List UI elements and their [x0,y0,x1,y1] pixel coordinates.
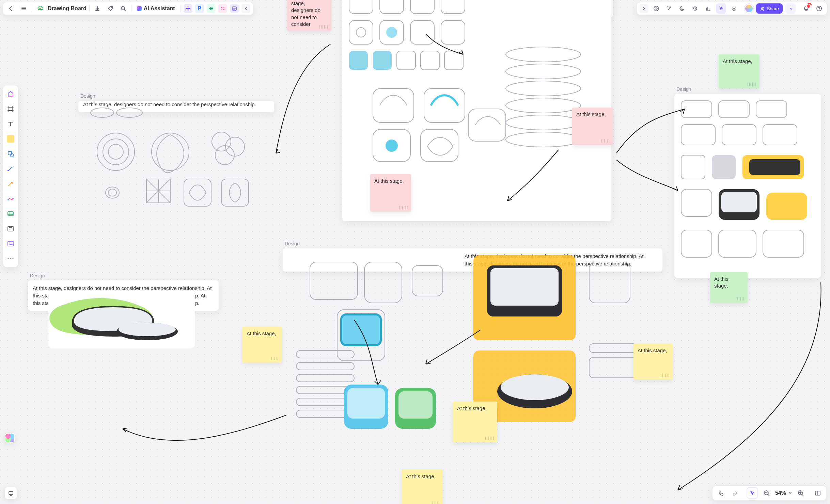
notifications-button[interactable]: 5 [801,3,811,14]
svg-point-64 [506,98,581,113]
card-label: Design [80,93,95,99]
share-options[interactable] [785,3,796,14]
bottom-controls: 54% [712,486,827,501]
chart-button[interactable] [703,3,713,14]
svg-rect-69 [296,374,354,382]
table-tool[interactable] [5,208,16,220]
sync-status-icon [35,3,45,14]
svg-point-26 [116,108,142,117]
pen-tool[interactable] [5,178,16,190]
document-title[interactable]: Drawing Board [48,5,87,12]
svg-rect-56 [424,88,465,123]
svg-rect-1 [221,7,222,8]
redo-button[interactable] [730,487,741,499]
svg-point-31 [212,132,231,151]
sticky-note-pink-1[interactable]: stage, designers do not need to consider… [287,0,331,31]
sticky-note-tool[interactable] [5,133,16,145]
cursor-mode-button[interactable] [716,3,726,14]
svg-point-45 [356,28,366,37]
svg-point-11 [7,199,9,200]
svg-rect-91 [589,357,637,378]
svg-rect-2 [223,7,224,8]
design-card-5[interactable]: Design [674,94,821,278]
tag-chip-pink[interactable] [218,4,227,13]
share-label: Share [767,6,779,11]
zoom-in-button[interactable] [795,487,806,499]
play-button[interactable] [651,3,661,14]
svg-rect-4 [223,9,224,10]
text-tool[interactable] [5,118,16,130]
pointer-mode[interactable] [747,487,758,499]
card-label: Design [30,273,45,278]
svg-point-9 [10,153,14,157]
sticky-note-yellow-2[interactable]: At this stage,|||||| [453,402,497,442]
menu-button[interactable] [19,3,29,14]
svg-point-29 [108,144,123,159]
tag-button[interactable] [105,3,115,14]
sketch-roses [78,101,274,213]
tag-chip-green[interactable] [207,4,216,13]
user-avatar[interactable] [745,4,753,13]
back-button[interactable] [6,3,16,14]
history-button[interactable] [690,3,700,14]
svg-rect-60 [468,109,506,141]
svg-point-28 [103,139,129,165]
ai-assistant-button[interactable]: AI Assistant [134,4,178,13]
sticky-note-pink-2[interactable]: At this stage,|||||| [370,174,411,212]
undo-button[interactable] [715,487,727,499]
svg-rect-14 [8,226,13,231]
text-block-tool[interactable] [5,223,16,234]
svg-point-39 [119,323,176,336]
svg-point-30 [152,133,189,170]
card-label: Design [285,241,300,246]
sticky-note-icon [7,135,14,143]
svg-rect-99 [712,155,736,179]
list-tool[interactable] [5,238,16,249]
svg-rect-40 [349,0,373,14]
svg-rect-43 [441,0,465,14]
sticky-note-yellow-3[interactable]: At this stage,|||||| [402,470,443,504]
minimap-button[interactable] [812,487,824,499]
svg-rect-68 [296,362,354,370]
zoom-level[interactable]: 54% [775,490,792,496]
connector-5 [102,412,293,480]
connector-tool[interactable] [5,163,16,175]
board[interactable]: At this stage, designers consider the pe… [0,0,830,504]
design-card-2[interactable]: Design At this stage, designers do not n… [28,280,219,311]
frame-tool[interactable] [5,103,16,115]
share-button[interactable]: Share [756,3,783,14]
tag-chip-purple[interactable] [184,4,192,13]
connector-1 [272,41,395,163]
svg-rect-97 [763,125,797,145]
sticky-note-green-1[interactable]: At this stage,|||||| [719,54,759,88]
help-button[interactable] [814,3,824,14]
connector-2 [504,146,565,208]
presentation-button[interactable] [5,487,17,499]
download-button[interactable] [92,3,103,14]
spark-button[interactable] [664,3,674,14]
more-tools[interactable] [5,253,16,264]
connector-6 [664,279,828,497]
toolbar-collapse-left[interactable] [241,4,250,13]
zoom-out-button[interactable] [761,487,772,499]
shape-moon-button[interactable] [677,3,687,14]
tag-chip-violet[interactable] [230,4,239,13]
sticky-note-pink-3[interactable]: At this stage,|||||| [572,108,613,145]
sticky-note-yellow-1[interactable]: At this stage,|||||| [242,327,282,362]
sketch-green [28,280,219,359]
design-card-4[interactable]: Design [283,248,662,272]
svg-point-25 [91,108,114,117]
ai-assistant-label: AI Assistant [144,5,175,12]
design-card-1[interactable]: Design [78,101,274,112]
more-tools-button[interactable] [729,3,739,14]
search-button[interactable] [118,3,128,14]
toolbar-collapse-right[interactable] [640,4,648,13]
tag-chip-blue[interactable]: P [195,4,204,13]
palette-home-icon[interactable] [5,88,16,100]
svg-rect-35 [184,179,211,206]
svg-rect-88 [398,391,433,419]
curve-tool[interactable] [5,193,16,205]
shape-tool[interactable] [5,148,16,160]
svg-point-47 [386,27,397,38]
apps-launcher[interactable] [5,433,15,443]
